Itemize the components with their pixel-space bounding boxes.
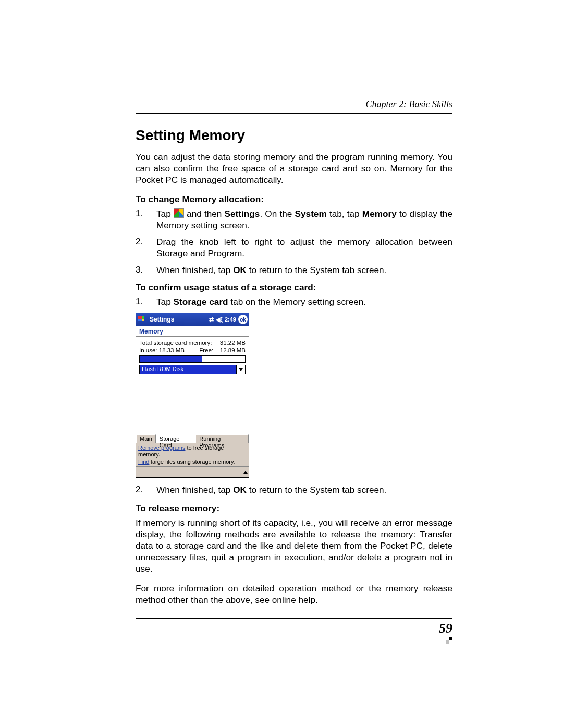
section-heading-2: To confirm usage status of a storage car… [136,282,452,293]
usage-progress-fill [140,356,202,362]
list-number: 2. [136,484,156,496]
release-paragraph-1: If memory is running short of its capaci… [136,517,452,574]
total-label: Total storage card memory: [139,340,212,346]
section-heading-3: To release memory: [136,503,452,514]
list-number: 1. [136,296,156,307]
input-panel-arrow-icon[interactable] [243,471,248,474]
steps-list-2a: 1. Tap Storage card tab on the Memory se… [136,296,452,307]
step-text: Drag the knob left to right to adjust th… [156,236,452,259]
step-text: Tap Storage card tab on the Memory setti… [156,296,452,307]
free-value: 12.89 MB [220,347,246,353]
remove-programs-link[interactable]: Remove programs [138,445,185,451]
ppc-body: Total storage card memory: 31.22 MB In u… [136,337,249,376]
list-number: 1. [136,208,156,231]
keyboard-icon[interactable] [230,468,242,476]
page-title: Setting Memory [136,127,452,144]
ppc-blank-area [136,376,249,434]
ppc-title: Settings [150,316,209,323]
tab-running-programs[interactable]: Running Programs [195,434,249,443]
dropdown-arrow-icon[interactable] [236,365,245,374]
storage-select-value: Flash ROM Disk [140,365,236,374]
section-heading-1: To change Memory allocation: [136,194,452,205]
page-number: 59 [439,621,452,636]
ppc-status-area: ⇄ ◀ξ 2:49 ok [209,315,248,324]
ok-button[interactable]: ok [238,315,248,324]
total-value: 31.22 MB [220,340,246,346]
ppc-subtitle: Memory [136,326,249,337]
storage-select[interactable]: Flash ROM Disk [139,365,246,374]
ppc-tabs: Main Storage Card Running Programs [136,434,249,443]
intro-paragraph: You can adjust the data storing memory a… [136,151,452,186]
chapter-header: Chapter 2: Basic Skills [136,99,452,114]
step-text: When finished, tap OK to return to the S… [156,484,452,496]
inuse-label: In use: [139,347,157,353]
page-footer: 59 [136,618,452,636]
ppc-bottombar [136,466,249,477]
steps-list-1: 1. Tap and then Settings. On the System … [136,208,452,276]
list-number: 3. [136,264,156,276]
ppc-titlebar: Settings ⇄ ◀ξ 2:49 ok [136,313,249,326]
document-page: Chapter 2: Basic Skills Setting Memory Y… [0,0,563,714]
inuse-value: 18.33 MB [159,347,185,353]
list-number: 2. [136,236,156,259]
clock-text: 2:49 [225,316,236,323]
ppc-links: Remove programs to free storage memory. … [136,443,249,466]
free-label: Free: [199,347,213,353]
start-icon [174,208,184,218]
tab-main[interactable]: Main [136,434,156,443]
footer-decoration-icon [447,637,452,643]
release-paragraph-2: For more information on detailed operati… [136,583,452,606]
find-link[interactable]: Find [138,459,149,465]
step-text: When finished, tap OK to return to the S… [156,264,452,276]
volume-icon[interactable]: ◀ξ [216,316,223,323]
steps-list-2b: 2. When finished, tap OK to return to th… [136,484,452,496]
start-menu-icon[interactable] [137,314,148,325]
pocketpc-screenshot: Settings ⇄ ◀ξ 2:49 ok Memory Total stora… [136,313,249,478]
tab-storage-card[interactable]: Storage Card [156,434,196,443]
usage-progress-bar [139,355,246,363]
connectivity-icon[interactable]: ⇄ [209,316,214,323]
step-text: Tap and then Settings. On the System tab… [156,208,452,231]
